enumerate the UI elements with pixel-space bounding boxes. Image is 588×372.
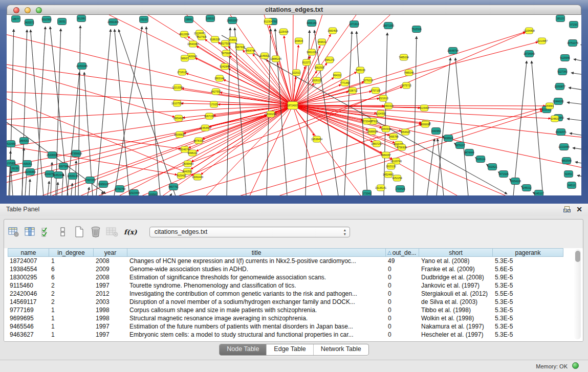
graph-edge[interactable] [36,27,46,195]
graph-node[interactable]: 8454749 [245,48,255,54]
graph-node[interactable]: 16671355 [383,23,394,29]
table-cell[interactable]: 0 [386,298,419,306]
graph-edge[interactable] [413,36,417,195]
table-cell[interactable]: 9777169 [8,306,49,314]
table-cell[interactable]: 2012 [94,290,127,298]
graph-node[interactable]: 1640954 [431,128,441,135]
table-cell[interactable]: 1997 [94,331,127,339]
table-cell[interactable]: 0 [386,281,419,290]
memory-status-label[interactable]: Memory: OK [536,363,568,369]
table-cell[interactable]: 5.3E-5 [493,314,563,322]
tab-edge-table[interactable]: Edge Table [267,344,313,355]
graph-node[interactable]: 18877 [12,16,20,23]
table-cell[interactable]: Structural magnetic resonance image aver… [127,314,386,322]
table-cell[interactable]: 1 [49,322,94,331]
graph-edge[interactable] [293,105,421,124]
table-cell[interactable]: 49 [386,257,419,265]
graph-edge[interactable] [581,45,581,47]
graph-edge[interactable] [569,87,581,91]
graph-node[interactable]: 17957253 [84,177,96,184]
graph-node[interactable]: 17005 [210,101,218,107]
table-cell[interactable]: Changes of HCN gene expression and I(f) … [127,257,386,265]
table-cell[interactable]: 1 [49,314,94,322]
graph-node[interactable]: 9861038 [307,49,317,55]
graph-node[interactable]: 2967608 [235,44,245,50]
table-cell[interactable]: 5.3E-5 [493,257,563,265]
scrollbar-thumb[interactable] [575,251,580,262]
graph-node[interactable]: 8878334 [193,138,204,144]
graph-node[interactable]: 9699695 [420,121,430,127]
table-cell[interactable]: 5.3E-5 [493,306,563,314]
graph-edge[interactable] [114,27,142,195]
table-cell[interactable]: 0 [386,331,419,339]
graph-node[interactable]: 12923448 [128,190,140,196]
graph-edge[interactable] [29,179,30,195]
table-cell[interactable]: 0 [386,314,419,322]
graph-edge[interactable] [575,162,581,164]
table-column-icon[interactable] [24,226,37,238]
graph-node[interactable]: 16782759 [114,186,125,192]
graph-node[interactable]: 1864053 [19,138,29,144]
function-builder-icon[interactable]: f(x) [124,228,137,236]
float-panel-icon[interactable] [563,206,571,213]
graph-edge[interactable] [50,27,68,195]
graph-node[interactable]: 7485034 [399,54,409,60]
graph-node[interactable]: 9310563 [41,16,52,23]
memory-status-icon[interactable] [572,362,579,369]
graph-node[interactable]: 1071913 [349,21,359,28]
graph-node[interactable]: 9146821 [259,53,270,59]
graph-node[interactable]: 12093877 [554,83,565,90]
graph-edge[interactable] [96,29,111,195]
graph-edge[interactable] [22,148,24,195]
graph-node[interactable]: 1679213 [363,77,373,83]
table-cell[interactable]: Estimation of significance thresholds fo… [127,273,386,281]
table-cell[interactable]: 1 [49,257,94,265]
graph-node[interactable]: 9684067 [381,152,391,158]
graph-node[interactable]: 812272 [302,59,311,65]
graph-node[interactable]: 84512 [568,182,576,189]
table-cell[interactable]: 5.3E-5 [493,298,563,306]
graph-node[interactable]: 15192971 [555,129,567,136]
graph-node[interactable]: 1875715 [401,82,411,89]
table-cell[interactable]: 0 [386,265,419,273]
graph-node[interactable]: 1045107 [534,190,544,196]
graph-node[interactable]: 9857791 [168,184,179,190]
table-cell[interactable]: Estimation of the future numbers of pati… [127,322,386,331]
graph-node[interactable]: 812304 [264,18,273,25]
graph-node[interactable]: 5975685 [221,50,231,56]
tab-node-table[interactable]: Node Table [220,344,267,355]
graph-node[interactable]: 1321613 [378,95,388,101]
table-row[interactable]: 2242004622012Investigating the contribut… [8,290,563,298]
graph-node[interactable]: 1626115 [312,77,321,83]
graph-node[interactable]: 39159 [11,165,19,172]
network-canvas[interactable]: 1887724055729310563190518128620691406252… [7,15,581,195]
table-row[interactable]: 977716911998Corpus callosum shape and si… [8,306,563,314]
column-header-in-degree[interactable]: in_degree [49,248,94,257]
graph-node[interactable]: 7485033 [355,67,365,73]
graph-node[interactable]: 159581 [546,103,554,109]
column-header-short[interactable]: short [419,248,493,257]
graph-node[interactable]: 9498222 [187,150,198,156]
column-header-year[interactable]: year [94,248,127,257]
table-row[interactable]: 1830029562008Estimation of significance … [8,273,563,281]
graph-node[interactable]: 9527506 [197,34,207,40]
table-cell[interactable]: 1 [49,306,94,314]
graph-node[interactable]: 25223 [140,16,148,23]
select-columns-icon[interactable] [40,226,53,238]
graph-node[interactable]: 9474444 [464,149,474,156]
graph-node[interactable]: 8186328 [210,36,220,42]
graph-node[interactable]: 9252254 [392,175,402,181]
table-cell[interactable]: 1 [49,331,94,339]
graph-node[interactable]: 21053346 [76,63,88,70]
graph-node[interactable]: 17359928 [71,150,82,157]
graph-node[interactable]: 9654923 [400,129,410,135]
graph-node[interactable]: 6879197 [455,142,465,149]
graph-node[interactable]: 16107552 [171,100,183,106]
graph-node[interactable]: 98967 [181,55,189,61]
graph-node[interactable]: 173342 [363,190,372,196]
graph-node[interactable]: 9756928 [397,144,407,150]
graph-node[interactable]: 1662505 [314,64,324,71]
graph-node[interactable]: 1225434 [278,29,289,35]
graph-node[interactable]: 97293 [570,21,578,28]
column-header-name[interactable]: name [8,248,49,257]
